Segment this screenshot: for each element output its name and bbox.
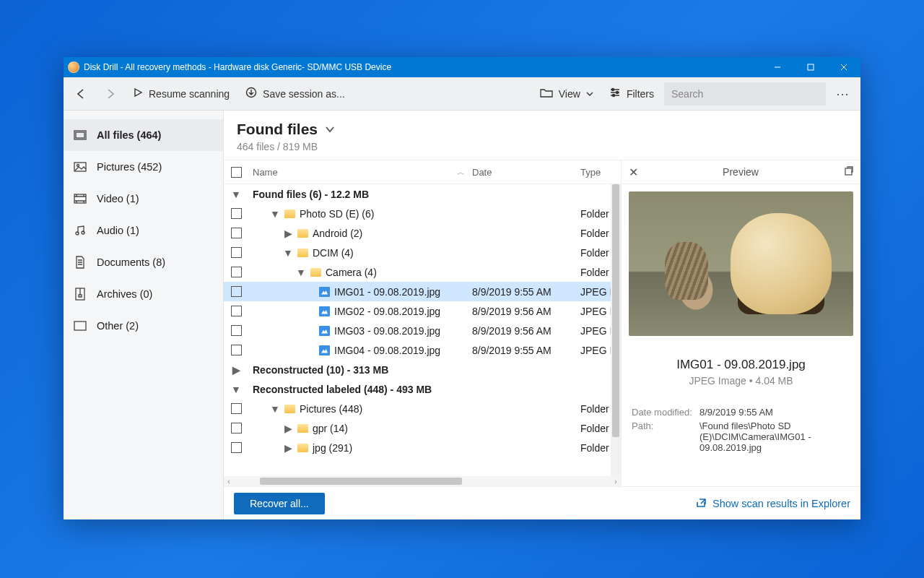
- row-checkbox[interactable]: [231, 286, 242, 297]
- sidebar-item-other[interactable]: Other (2): [64, 310, 223, 342]
- folder-icon: [284, 210, 295, 218]
- disclosure-down-icon[interactable]: ▼: [270, 403, 280, 415]
- tree-row[interactable]: IMG01 - 09.08.2019.jpg 8/9/2019 9:55 AMJ…: [224, 282, 621, 301]
- chevron-down-icon: [586, 88, 593, 100]
- tree-row[interactable]: ▼DCIM (4) Folder: [224, 243, 621, 262]
- folder-icon: [540, 87, 553, 100]
- disclosure-down-icon[interactable]: ▼: [231, 384, 241, 395]
- row-checkbox[interactable]: [231, 247, 242, 258]
- disclosure-right-icon[interactable]: ▶: [283, 442, 293, 454]
- tree-row[interactable]: IMG04 - 09.08.2019.jpg 8/9/2019 9:55 AMJ…: [224, 340, 621, 360]
- tree-group[interactable]: ▶ Reconstructed (10) - 313 MB: [224, 360, 621, 379]
- view-label: View: [559, 88, 580, 100]
- tree-row[interactable]: IMG03 - 09.08.2019.jpg 8/9/2019 9:56 AMJ…: [224, 321, 621, 340]
- row-checkbox[interactable]: [231, 403, 242, 414]
- disclosure-right-icon[interactable]: ▶: [283, 228, 293, 239]
- select-all-checkbox[interactable]: [231, 167, 242, 178]
- row-checkbox[interactable]: [231, 442, 242, 453]
- forward-button[interactable]: [98, 82, 123, 106]
- disclosure-down-icon[interactable]: ▼: [231, 189, 241, 200]
- recover-all-button[interactable]: Recover all...: [234, 493, 325, 514]
- back-button[interactable]: [69, 82, 94, 106]
- tree-row[interactable]: IMG02 - 09.08.2019.jpg 8/9/2019 9:56 AMJ…: [224, 301, 621, 321]
- row-checkbox[interactable]: [231, 306, 242, 316]
- more-button[interactable]: ⋯: [830, 82, 855, 106]
- maximize-button[interactable]: [794, 57, 827, 77]
- disclosure-right-icon[interactable]: ▶: [283, 423, 293, 434]
- preview-filename: IMG01 - 09.08.2019.jpg: [622, 358, 860, 372]
- preview-panel: ✕ Preview IMG01 - 09.08.2019.jpg JPEG Im…: [621, 160, 860, 486]
- row-checkbox[interactable]: [231, 208, 242, 219]
- sidebar-item-archives[interactable]: Archives (0): [64, 278, 223, 310]
- tree-row[interactable]: ▶Android (2) Folder: [224, 223, 621, 243]
- disclosure-down-icon[interactable]: ▼: [283, 247, 293, 259]
- meta-label: Date modified:: [632, 407, 699, 418]
- preview-image: [629, 191, 853, 336]
- row-checkbox[interactable]: [231, 345, 242, 355]
- sort-indicator-icon: ︿: [457, 167, 465, 178]
- tree-row[interactable]: ▼Camera (4) Folder: [224, 262, 621, 282]
- column-date[interactable]: Date: [472, 167, 580, 178]
- footer: Recover all... Show scan results in Expl…: [224, 486, 860, 519]
- tree-group[interactable]: ▼ Found files (6) - 12.2 MB: [224, 184, 621, 204]
- scroll-right-icon[interactable]: ›: [611, 478, 621, 486]
- sidebar-item-pictures[interactable]: Pictures (452): [64, 151, 223, 183]
- app-window: Disk Drill - All recovery methods - Hard…: [64, 57, 860, 519]
- sidebar-item-label: Audio (1): [97, 225, 139, 236]
- sidebar-item-video[interactable]: Video (1): [64, 183, 223, 215]
- show-in-explorer-link[interactable]: Show scan results in Explorer: [695, 496, 850, 510]
- disclosure-down-icon[interactable]: ▼: [296, 267, 306, 278]
- copy-icon[interactable]: [843, 166, 853, 178]
- tree-group[interactable]: ▼ Reconstructed labeled (448) - 493 MB: [224, 379, 621, 399]
- filters-button[interactable]: Filters: [603, 82, 660, 106]
- vertical-scrollbar[interactable]: [611, 184, 621, 476]
- sidebar-item-label: Documents (8): [97, 256, 165, 268]
- video-icon: [74, 192, 87, 205]
- preview-subtitle: JPEG Image • 4.04 MB: [622, 375, 860, 387]
- save-session-label: Save session as...: [263, 88, 345, 100]
- sidebar-item-documents[interactable]: Documents (8): [64, 246, 223, 278]
- tree-row[interactable]: ▶gpr (14) Folder: [224, 418, 621, 438]
- sidebar-item-all-files[interactable]: All files (464): [64, 119, 223, 151]
- window-title: Disk Drill - All recovery methods - Hard…: [84, 62, 761, 72]
- row-checkbox[interactable]: [231, 423, 242, 434]
- close-preview-button[interactable]: ✕: [629, 165, 638, 179]
- search-input[interactable]: [664, 82, 826, 105]
- meta-value: 8/9/2019 9:55 AM: [699, 407, 850, 418]
- archives-icon: [74, 288, 87, 301]
- meta-label: Path:: [632, 420, 699, 453]
- close-button[interactable]: [827, 57, 860, 77]
- horizontal-scrollbar[interactable]: ‹ ›: [224, 476, 621, 486]
- column-name[interactable]: Name ︿: [248, 167, 472, 178]
- row-checkbox[interactable]: [231, 228, 242, 238]
- tree-row[interactable]: ▼Photo SD (E) (6) Folder: [224, 204, 621, 223]
- chevron-down-icon: [325, 121, 335, 138]
- svg-rect-1: [808, 64, 814, 70]
- table-header: Name ︿ Date Type: [224, 160, 621, 184]
- row-checkbox[interactable]: [231, 325, 242, 336]
- folder-icon: [310, 268, 321, 277]
- minimize-button[interactable]: [761, 57, 794, 77]
- folder-icon: [297, 229, 308, 238]
- disclosure-right-icon[interactable]: ▶: [231, 364, 241, 376]
- tree-row[interactable]: ▼Pictures (448) Folder: [224, 399, 621, 418]
- pictures-icon: [74, 160, 87, 173]
- scroll-left-icon[interactable]: ‹: [224, 478, 234, 486]
- folder-icon: [297, 444, 308, 452]
- svg-point-11: [77, 165, 79, 167]
- save-session-button[interactable]: Save session as...: [240, 82, 351, 106]
- disclosure-down-icon[interactable]: ▼: [270, 208, 280, 220]
- resume-scanning-button[interactable]: Resume scanning: [127, 82, 235, 106]
- open-external-icon: [695, 496, 707, 510]
- sidebar-item-audio[interactable]: Audio (1): [64, 215, 223, 246]
- sidebar-item-label: Other (2): [97, 320, 139, 332]
- found-title[interactable]: Found files: [237, 121, 847, 138]
- column-type[interactable]: Type: [580, 167, 621, 178]
- view-dropdown[interactable]: View: [534, 82, 599, 106]
- folder-icon: [297, 249, 308, 257]
- row-checkbox[interactable]: [231, 267, 242, 277]
- documents-icon: [74, 256, 87, 269]
- folder-icon: [297, 424, 308, 433]
- sidebar: All files (464) Pictures (452) Video (1)…: [64, 111, 224, 519]
- tree-row[interactable]: ▶jpg (291) Folder: [224, 438, 621, 457]
